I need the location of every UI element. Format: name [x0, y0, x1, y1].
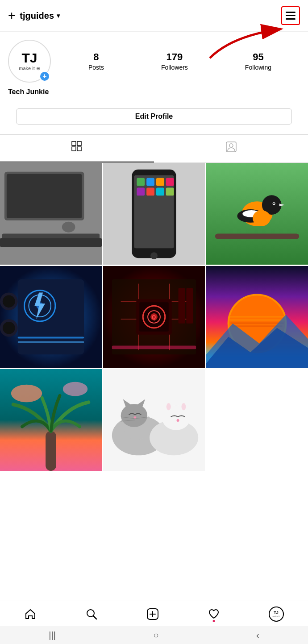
grid-cell-palm[interactable]	[0, 369, 102, 471]
hamburger-line-1	[286, 12, 296, 13]
hamburger-line-3	[286, 18, 296, 20]
svg-rect-21	[146, 188, 154, 196]
svg-rect-46	[18, 337, 84, 339]
svg-rect-1	[72, 141, 76, 145]
posts-count: 8	[93, 51, 99, 63]
svg-rect-12	[0, 238, 102, 247]
svg-point-31	[253, 210, 271, 226]
grid-icon	[71, 141, 83, 155]
svg-point-24	[150, 252, 158, 259]
svg-rect-9	[7, 174, 82, 218]
svg-point-74	[11, 385, 42, 403]
grid-cell-phone[interactable]	[103, 163, 205, 265]
svg-rect-15	[134, 175, 174, 249]
hamburger-line-2	[286, 15, 296, 17]
grid-cell-sunset[interactable]	[206, 266, 308, 368]
svg-rect-60	[179, 288, 185, 324]
search-icon	[85, 608, 98, 620]
grid-cell-empty	[206, 369, 308, 471]
home-icon	[24, 608, 37, 620]
following-stat[interactable]: 95 Following	[245, 51, 271, 71]
nav-activity[interactable]	[208, 608, 220, 620]
svg-rect-61	[186, 288, 193, 324]
bottom-nav: TJ make it	[0, 601, 308, 626]
grid-cell-laptop[interactable]	[0, 163, 102, 265]
nav-search[interactable]	[85, 608, 98, 620]
svg-rect-73	[46, 431, 56, 471]
android-menu-button[interactable]: |||	[49, 630, 56, 640]
svg-point-43	[3, 295, 15, 307]
svg-line-95	[93, 616, 96, 619]
svg-rect-2	[77, 141, 81, 145]
followers-label: Followers	[161, 64, 188, 71]
svg-point-6	[229, 144, 233, 147]
svg-rect-16	[137, 178, 145, 186]
profile-section: TJ make it ⊕ + 8 Posts 179 Followers 95 …	[0, 32, 308, 102]
top-bar-left: + tjguides ▾	[8, 9, 60, 22]
svg-point-88	[162, 405, 190, 430]
photo-grid: Q	[0, 163, 308, 471]
svg-rect-35	[215, 234, 299, 239]
add-icon[interactable]: +	[8, 9, 15, 22]
svg-point-75	[63, 382, 88, 396]
profile-name: Tech Junkie	[8, 88, 300, 96]
nav-avatar-sub: make it	[273, 615, 280, 618]
nav-profile[interactable]: TJ make it	[269, 607, 284, 622]
svg-rect-47	[18, 341, 84, 343]
nav-avatar: TJ make it	[269, 607, 284, 622]
following-count: 95	[253, 51, 263, 63]
svg-point-34	[273, 203, 275, 204]
svg-rect-3	[72, 147, 76, 151]
tab-grid[interactable]	[0, 135, 154, 162]
svg-rect-22	[156, 188, 164, 196]
top-bar: + tjguides ▾	[0, 0, 308, 32]
profile-top: TJ make it ⊕ + 8 Posts 179 Followers 95 …	[8, 40, 300, 83]
svg-point-91	[177, 419, 179, 422]
grid-cell-pc-blue[interactable]	[0, 266, 102, 368]
svg-text:Q: Q	[152, 314, 156, 320]
svg-point-92	[166, 403, 171, 410]
username-text: tjguides	[20, 11, 54, 21]
activity-dot	[212, 620, 215, 622]
chevron-down-icon: ▾	[57, 12, 60, 19]
avatar-add-button[interactable]: +	[39, 71, 50, 82]
svg-rect-4	[77, 147, 81, 151]
stats-row: 8 Posts 179 Followers 95 Following	[60, 51, 300, 71]
posts-label: Posts	[88, 64, 104, 71]
nav-avatar-initials: TJ	[274, 611, 279, 615]
nav-home[interactable]	[24, 608, 37, 620]
tab-bar	[0, 135, 308, 163]
svg-point-45	[3, 322, 15, 334]
following-label: Following	[245, 64, 271, 71]
username-row[interactable]: tjguides ▾	[20, 11, 60, 21]
nav-add[interactable]	[146, 608, 159, 620]
edit-profile-button[interactable]: Edit Profile	[16, 108, 292, 125]
svg-rect-19	[166, 178, 174, 186]
android-nav: ||| ○ ‹	[0, 626, 308, 644]
add-post-icon	[146, 608, 159, 620]
edit-profile-container: Edit Profile	[0, 102, 308, 131]
tab-tagged[interactable]	[154, 135, 308, 162]
avatar-container[interactable]: TJ make it ⊕ +	[8, 40, 51, 83]
posts-stat[interactable]: 8 Posts	[88, 51, 104, 71]
avatar-initials: TJ	[21, 51, 37, 65]
svg-point-80	[121, 404, 147, 427]
svg-point-10	[62, 222, 75, 233]
menu-button[interactable]	[281, 6, 300, 25]
android-back-button[interactable]: ‹	[256, 630, 259, 640]
svg-rect-23	[166, 188, 174, 196]
svg-rect-62	[112, 345, 196, 349]
heart-icon	[208, 608, 220, 620]
followers-stat[interactable]: 179 Followers	[161, 51, 188, 71]
svg-point-93	[181, 403, 186, 410]
followers-count: 179	[166, 51, 183, 63]
person-tag-icon	[225, 141, 237, 155]
svg-rect-17	[146, 178, 154, 186]
android-home-button[interactable]: ○	[153, 630, 158, 640]
svg-rect-20	[137, 188, 145, 196]
grid-cell-pc-red[interactable]: Q	[103, 266, 205, 368]
svg-rect-18	[156, 178, 164, 186]
avatar-sub-text: make it ⊕	[19, 66, 40, 71]
grid-cell-bird[interactable]	[206, 163, 308, 265]
grid-cell-cat[interactable]	[103, 369, 205, 471]
